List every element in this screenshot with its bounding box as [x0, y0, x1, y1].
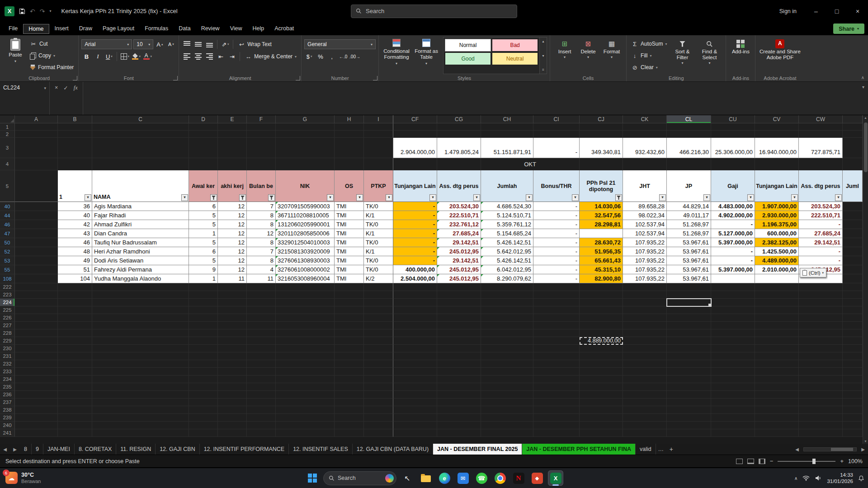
wifi-icon[interactable]: [802, 475, 810, 481]
cell-CW229[interactable]: [799, 337, 843, 345]
col-header-I[interactable]: I: [364, 115, 393, 123]
cell-CW53[interactable]: -: [799, 256, 843, 265]
cell-CF234[interactable]: [393, 375, 437, 383]
cell-B2[interactable]: [58, 131, 92, 138]
cell-CK222[interactable]: [623, 283, 667, 291]
cell-G226[interactable]: [276, 314, 335, 322]
cell-CH227[interactable]: [481, 322, 533, 329]
cell-CI240[interactable]: [533, 422, 580, 429]
row-header-44[interactable]: 44: [0, 211, 15, 220]
cell-CL50[interactable]: 53.967,61: [667, 238, 711, 247]
row-header-226[interactable]: 226: [0, 314, 15, 322]
cell-CV5[interactable]: Tunjangan Lain▾: [755, 170, 799, 202]
col-header-F[interactable]: F: [247, 115, 276, 123]
cell-CW227[interactable]: [799, 322, 843, 329]
col-header-A[interactable]: A: [15, 115, 58, 123]
font-name-select[interactable]: Arial▾: [81, 39, 132, 49]
cell-A2[interactable]: [15, 131, 58, 138]
cell-H108[interactable]: TMI: [335, 274, 364, 283]
cell-CI53[interactable]: -: [533, 256, 580, 265]
notification-bell-icon[interactable]: [858, 475, 864, 482]
cell-CI2[interactable]: [533, 131, 580, 138]
cell-CH238[interactable]: [481, 406, 533, 414]
titlebar-search[interactable]: Search: [351, 5, 517, 18]
fill-button[interactable]: ↓Fill▾: [629, 51, 669, 61]
create-share-adobe-pdf-button[interactable]: ACreate and Share Adobe PDF: [758, 37, 802, 74]
cell-CG236[interactable]: [437, 391, 481, 399]
cell-A4[interactable]: [15, 158, 58, 170]
cell-CV228[interactable]: [755, 329, 799, 337]
cell-CL222[interactable]: [667, 283, 711, 291]
cell-CV53[interactable]: 4.489.000,00: [755, 256, 799, 265]
cell-F223[interactable]: [247, 291, 276, 299]
filter-button-CI[interactable]: ▾: [572, 194, 579, 201]
cell-CU55[interactable]: 5.397.000,00: [711, 265, 755, 274]
cell-I46[interactable]: TK/0: [364, 220, 393, 229]
cell-CI47[interactable]: -: [533, 229, 580, 238]
cell-D3[interactable]: [189, 138, 218, 158]
cell-A47[interactable]: [15, 229, 58, 238]
cell-CU230[interactable]: [711, 345, 755, 352]
cell-CW238[interactable]: [799, 406, 843, 414]
cell-H234[interactable]: [335, 375, 364, 383]
row-header-240[interactable]: 240: [0, 422, 15, 429]
cell-CI3[interactable]: -: [533, 138, 580, 158]
sheet-tab-8-coretax[interactable]: 8. CORETAX: [75, 444, 116, 455]
cell-CJ224[interactable]: [580, 299, 623, 306]
cell-G224[interactable]: [276, 299, 335, 306]
cell-CW3[interactable]: 727.875,71: [799, 138, 843, 158]
cell-CK234[interactable]: [623, 375, 667, 383]
cell-I5[interactable]: PTKP▾: [364, 170, 393, 202]
cell-A50[interactable]: [15, 238, 58, 247]
cell-CF5[interactable]: Tunjangan Lain▾: [393, 170, 437, 202]
name-box[interactable]: CL224 ▾: [0, 82, 50, 115]
cell-F53[interactable]: 8: [247, 256, 276, 265]
cell-CU5[interactable]: Gaji▾: [711, 170, 755, 202]
col-header-CJ[interactable]: CJ: [580, 115, 623, 123]
cell-A1[interactable]: [15, 123, 58, 131]
row-header-233[interactable]: 233: [0, 368, 15, 375]
taskbar-app-excel[interactable]: X: [548, 470, 563, 486]
cell-A108[interactable]: [15, 274, 58, 283]
cell-CV1[interactable]: [755, 123, 799, 131]
cell-H47[interactable]: TMI: [335, 229, 364, 238]
cell-D222[interactable]: [189, 283, 218, 291]
cell-A235[interactable]: [15, 383, 58, 391]
cell-G4[interactable]: [276, 158, 335, 170]
cell-A233[interactable]: [15, 368, 58, 375]
cell-G237[interactable]: [276, 399, 335, 406]
cell-CL229[interactable]: [667, 337, 711, 345]
taskbar-app-netflix[interactable]: N: [511, 470, 526, 486]
cell-CH224[interactable]: [481, 299, 533, 306]
increase-font-size-button[interactable]: A▴: [155, 39, 165, 49]
cell-CX224[interactable]: [843, 299, 863, 306]
page-break-view-button[interactable]: [759, 459, 765, 464]
cell-CW5[interactable]: Ass. dtg perus▾: [799, 170, 843, 202]
cell-C237[interactable]: [92, 399, 189, 406]
cell-CW1[interactable]: [799, 123, 843, 131]
cell-CK108[interactable]: 107.935,22: [623, 274, 667, 283]
cell-B225[interactable]: [58, 306, 92, 314]
cell-E46[interactable]: 12: [218, 220, 247, 229]
cell-CU108[interactable]: [711, 274, 755, 283]
cell-B228[interactable]: [58, 329, 92, 337]
cell-F108[interactable]: 11: [247, 274, 276, 283]
cell-CG238[interactable]: [437, 406, 481, 414]
cell-I226[interactable]: [364, 314, 393, 322]
italic-button[interactable]: I: [93, 52, 103, 61]
cell-B230[interactable]: [58, 345, 92, 352]
cell-CJ108[interactable]: 82.900,80: [580, 274, 623, 283]
cell-H50[interactable]: TMI: [335, 238, 364, 247]
cell-CF238[interactable]: [393, 406, 437, 414]
cell-E5[interactable]: akhi kerj: [218, 170, 247, 202]
cell-E236[interactable]: [218, 391, 247, 399]
cell-E228[interactable]: [218, 329, 247, 337]
cell-CW235[interactable]: [799, 383, 843, 391]
cell-B241[interactable]: [58, 429, 92, 437]
cell-H237[interactable]: [335, 399, 364, 406]
cell-A237[interactable]: [15, 399, 58, 406]
row-header-4[interactable]: 4: [0, 158, 15, 170]
filter-button-CJ[interactable]: [615, 194, 622, 201]
cell-CX55[interactable]: [843, 265, 863, 274]
cell-H235[interactable]: [335, 383, 364, 391]
